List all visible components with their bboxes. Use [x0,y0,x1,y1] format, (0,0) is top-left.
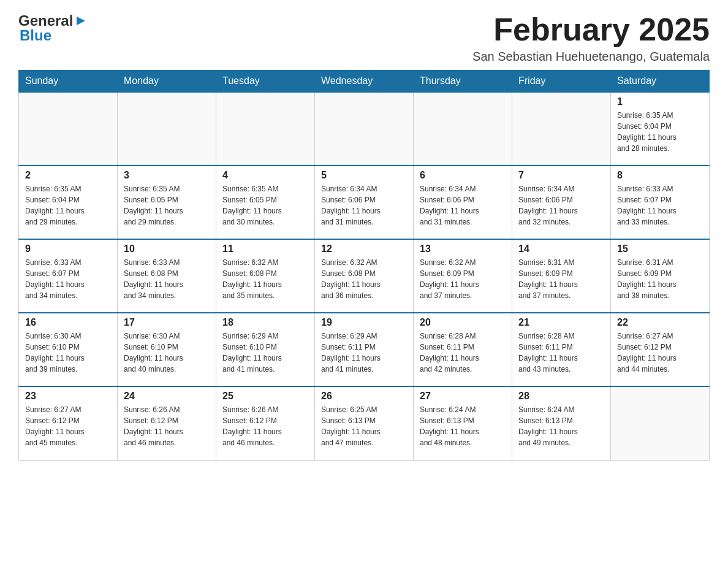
day-info: Sunrise: 6:33 AM Sunset: 6:08 PM Dayligh… [124,257,210,301]
day-info: Sunrise: 6:35 AM Sunset: 6:05 PM Dayligh… [222,183,308,228]
header-day-thursday: Thursday [414,71,512,93]
calendar-cell: 19Sunrise: 6:29 AM Sunset: 6:11 PM Dayli… [315,313,414,386]
calendar-cell: 18Sunrise: 6:29 AM Sunset: 6:10 PM Dayli… [216,313,315,386]
day-number: 10 [124,243,210,255]
day-number: 20 [420,317,506,328]
day-info: Sunrise: 6:27 AM Sunset: 6:12 PM Dayligh… [617,331,703,375]
day-number: 22 [617,317,703,328]
week-row-1: 1Sunrise: 6:35 AM Sunset: 6:04 PM Daylig… [19,92,710,166]
page-header: General Blue February 2025 San Sebastian… [18,12,710,64]
week-row-4: 16Sunrise: 6:30 AM Sunset: 6:10 PM Dayli… [19,313,710,386]
day-number: 7 [518,170,604,181]
calendar-cell: 4Sunrise: 6:35 AM Sunset: 6:05 PM Daylig… [216,166,315,239]
day-number: 25 [222,391,308,402]
calendar-cell: 21Sunrise: 6:28 AM Sunset: 6:11 PM Dayli… [512,313,611,386]
day-info: Sunrise: 6:35 AM Sunset: 6:05 PM Dayligh… [124,183,210,228]
calendar-cell: 25Sunrise: 6:26 AM Sunset: 6:12 PM Dayli… [216,386,315,460]
day-info: Sunrise: 6:30 AM Sunset: 6:10 PM Dayligh… [124,331,210,375]
calendar-cell: 17Sunrise: 6:30 AM Sunset: 6:10 PM Dayli… [118,313,216,386]
calendar-cell [611,386,710,460]
calendar-cell: 13Sunrise: 6:32 AM Sunset: 6:09 PM Dayli… [414,239,512,313]
logo-text-blue: Blue [20,27,51,44]
day-number: 26 [321,391,407,402]
day-number: 1 [617,96,703,107]
day-number: 19 [321,317,407,328]
calendar-cell: 1Sunrise: 6:35 AM Sunset: 6:04 PM Daylig… [611,92,710,166]
logo: General Blue [18,12,88,44]
header-day-friday: Friday [512,71,611,93]
day-number: 8 [617,170,703,181]
day-number: 27 [420,391,506,402]
header-day-tuesday: Tuesday [216,71,315,93]
day-info: Sunrise: 6:33 AM Sunset: 6:07 PM Dayligh… [25,257,111,301]
day-number: 13 [420,243,506,255]
calendar-cell: 10Sunrise: 6:33 AM Sunset: 6:08 PM Dayli… [118,239,216,313]
day-number: 17 [124,317,210,328]
calendar-cell [19,92,118,166]
logo-triangle-icon [74,14,88,28]
day-number: 11 [222,243,308,255]
calendar-cell: 2Sunrise: 6:35 AM Sunset: 6:04 PM Daylig… [19,166,118,239]
day-info: Sunrise: 6:28 AM Sunset: 6:11 PM Dayligh… [518,331,604,375]
week-row-2: 2Sunrise: 6:35 AM Sunset: 6:04 PM Daylig… [19,166,710,239]
calendar-cell: 27Sunrise: 6:24 AM Sunset: 6:13 PM Dayli… [414,386,512,460]
day-number: 12 [321,243,407,255]
day-number: 16 [25,317,111,328]
calendar-cell: 28Sunrise: 6:24 AM Sunset: 6:13 PM Dayli… [512,386,611,460]
calendar-cell: 24Sunrise: 6:26 AM Sunset: 6:12 PM Dayli… [118,386,216,460]
day-info: Sunrise: 6:29 AM Sunset: 6:11 PM Dayligh… [321,331,407,375]
calendar-cell: 6Sunrise: 6:34 AM Sunset: 6:06 PM Daylig… [414,166,512,239]
calendar-table: SundayMondayTuesdayWednesdayThursdayFrid… [18,70,710,461]
day-info: Sunrise: 6:31 AM Sunset: 6:09 PM Dayligh… [617,257,703,301]
day-number: 23 [25,391,111,402]
calendar-cell: 16Sunrise: 6:30 AM Sunset: 6:10 PM Dayli… [19,313,118,386]
calendar-cell [118,92,216,166]
calendar-cell [216,92,315,166]
day-info: Sunrise: 6:27 AM Sunset: 6:12 PM Dayligh… [25,404,111,448]
calendar-cell: 20Sunrise: 6:28 AM Sunset: 6:11 PM Dayli… [414,313,512,386]
calendar-cell [315,92,414,166]
day-number: 9 [25,243,111,255]
calendar-cell: 22Sunrise: 6:27 AM Sunset: 6:12 PM Dayli… [611,313,710,386]
calendar-cell: 26Sunrise: 6:25 AM Sunset: 6:13 PM Dayli… [315,386,414,460]
day-info: Sunrise: 6:32 AM Sunset: 6:08 PM Dayligh… [321,257,407,301]
calendar-cell: 23Sunrise: 6:27 AM Sunset: 6:12 PM Dayli… [19,386,118,460]
header-day-wednesday: Wednesday [315,71,414,93]
day-number: 14 [518,243,604,255]
title-section: February 2025 San Sebastian Huehuetenang… [472,12,710,64]
calendar-cell: 5Sunrise: 6:34 AM Sunset: 6:06 PM Daylig… [315,166,414,239]
day-info: Sunrise: 6:34 AM Sunset: 6:06 PM Dayligh… [321,183,407,228]
day-info: Sunrise: 6:35 AM Sunset: 6:04 PM Dayligh… [617,110,703,154]
day-info: Sunrise: 6:29 AM Sunset: 6:10 PM Dayligh… [222,331,308,375]
day-info: Sunrise: 6:34 AM Sunset: 6:06 PM Dayligh… [518,183,604,228]
day-info: Sunrise: 6:32 AM Sunset: 6:08 PM Dayligh… [222,257,308,301]
day-info: Sunrise: 6:28 AM Sunset: 6:11 PM Dayligh… [420,331,506,375]
day-number: 2 [25,170,111,181]
day-info: Sunrise: 6:26 AM Sunset: 6:12 PM Dayligh… [222,404,308,448]
calendar-title: February 2025 [472,12,710,47]
calendar-cell: 3Sunrise: 6:35 AM Sunset: 6:05 PM Daylig… [118,166,216,239]
day-number: 4 [222,170,308,181]
day-info: Sunrise: 6:33 AM Sunset: 6:07 PM Dayligh… [617,183,703,228]
day-info: Sunrise: 6:24 AM Sunset: 6:13 PM Dayligh… [518,404,604,448]
week-row-3: 9Sunrise: 6:33 AM Sunset: 6:07 PM Daylig… [19,239,710,313]
day-info: Sunrise: 6:25 AM Sunset: 6:13 PM Dayligh… [321,404,407,448]
day-info: Sunrise: 6:26 AM Sunset: 6:12 PM Dayligh… [124,404,210,448]
day-number: 21 [518,317,604,328]
day-number: 3 [124,170,210,181]
day-number: 28 [518,391,604,402]
calendar-cell: 9Sunrise: 6:33 AM Sunset: 6:07 PM Daylig… [19,239,118,313]
header-day-monday: Monday [118,71,216,93]
day-number: 18 [222,317,308,328]
calendar-cell [512,92,611,166]
calendar-cell: 12Sunrise: 6:32 AM Sunset: 6:08 PM Dayli… [315,239,414,313]
calendar-cell: 7Sunrise: 6:34 AM Sunset: 6:06 PM Daylig… [512,166,611,239]
day-info: Sunrise: 6:31 AM Sunset: 6:09 PM Dayligh… [518,257,604,301]
day-info: Sunrise: 6:34 AM Sunset: 6:06 PM Dayligh… [420,183,506,228]
header-day-sunday: Sunday [19,71,118,93]
day-info: Sunrise: 6:35 AM Sunset: 6:04 PM Dayligh… [25,183,111,228]
day-number: 5 [321,170,407,181]
day-info: Sunrise: 6:32 AM Sunset: 6:09 PM Dayligh… [420,257,506,301]
header-row: SundayMondayTuesdayWednesdayThursdayFrid… [19,71,710,93]
calendar-subtitle: San Sebastian Huehuetenango, Guatemala [472,50,710,64]
